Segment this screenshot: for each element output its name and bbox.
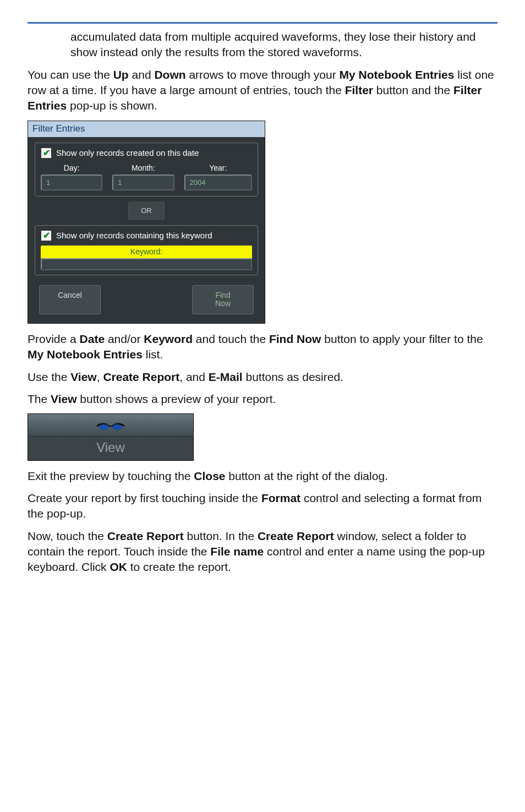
text: button at the right of the dialog.: [226, 470, 388, 482]
text: button shows a preview of your report.: [77, 393, 276, 405]
bold-keyword: Keyword: [144, 333, 193, 345]
check-icon: ✔: [41, 230, 52, 241]
keyword-input[interactable]: [41, 258, 252, 270]
top-divider: [28, 22, 497, 24]
bold-view: View: [51, 393, 76, 405]
bold-close: Close: [194, 470, 225, 482]
date-filter-group: ✔ Show only records created on this date…: [35, 143, 258, 197]
dialog-title: Filter Entries: [28, 121, 265, 137]
day-label: Day:: [41, 163, 102, 173]
text: and/or: [105, 333, 144, 345]
checkbox-date-row[interactable]: ✔ Show only records created on this date: [41, 148, 252, 159]
paragraph-create-report: Now, touch the Create Report button. In …: [28, 528, 497, 575]
text: Now, touch the: [28, 530, 107, 542]
month-input[interactable]: 1: [112, 175, 174, 191]
view-button-top[interactable]: [28, 414, 193, 437]
text: ,: [97, 370, 103, 383]
svg-point-0: [99, 424, 109, 430]
text: button and the: [373, 84, 453, 96]
paragraph-view-preview: The View button shows a preview of your …: [28, 391, 497, 407]
text: The: [28, 393, 51, 405]
or-label: OR: [128, 202, 165, 220]
text: Exit the preview by touching the: [28, 470, 194, 482]
text: to create the report.: [127, 560, 231, 573]
day-input[interactable]: 1: [41, 175, 102, 191]
text: and touch the: [193, 333, 269, 345]
bold-create-report: Create Report: [107, 530, 184, 542]
checkbox-keyword-row[interactable]: ✔ Show only records containing this keyw…: [41, 230, 252, 241]
paragraph-use-buttons: Use the View, Create Report, and E-Mail …: [28, 369, 497, 385]
text: Create your report by first touching ins…: [28, 492, 261, 504]
view-button-label[interactable]: View: [28, 437, 193, 460]
view-button-graphic: View: [28, 413, 194, 460]
paragraph-filter-intro: You can use the Up and Down arrows to mo…: [28, 67, 497, 114]
text: button to apply your filter to the: [321, 333, 483, 345]
paragraph-find-now: Provide a Date and/or Keyword and touch …: [28, 331, 497, 363]
find-now-button[interactable]: Find Now: [192, 285, 254, 314]
year-input[interactable]: 2004: [184, 175, 252, 191]
bold-date: Date: [80, 333, 105, 345]
bold-create-report: Create Report: [103, 370, 179, 383]
checkbox-date-label: Show only records created on this date: [56, 148, 199, 159]
svg-point-1: [112, 424, 122, 430]
bold-email: E-Mail: [209, 370, 243, 383]
or-divider: OR: [35, 202, 258, 220]
checkbox-keyword-label: Show only records containing this keywor…: [56, 230, 212, 241]
bold-notebook-entries: My Notebook Entries: [28, 348, 143, 361]
filter-entries-dialog: Filter Entries ✔ Show only records creat…: [28, 121, 265, 324]
text: Use the: [28, 370, 70, 383]
text: and: [129, 68, 155, 81]
bold-find-now: Find Now: [269, 333, 321, 345]
text: pop-up is shown.: [67, 99, 157, 112]
bold-up: Up: [113, 68, 129, 81]
bold-down: Down: [154, 68, 185, 81]
text: Provide a: [28, 333, 80, 345]
month-label: Month:: [112, 163, 174, 173]
bold-filter: Filter: [345, 84, 373, 96]
cancel-button[interactable]: Cancel: [39, 285, 101, 314]
bold-format: Format: [261, 492, 300, 504]
bold-file-name: File name: [210, 545, 264, 558]
text: , and: [179, 370, 209, 383]
paragraph-format: Create your report by first touching ins…: [28, 491, 497, 522]
bold-create-report-window: Create Report: [258, 530, 334, 542]
bold-notebook-entries: My Notebook Entries: [340, 68, 455, 81]
paragraph-indent: accumulated data from multiple acquired …: [70, 29, 497, 61]
paragraph-close: Exit the preview by touching the Close b…: [28, 468, 497, 484]
text: buttons as desired.: [243, 370, 343, 383]
check-icon: ✔: [41, 148, 52, 159]
text: arrows to move through your: [186, 68, 340, 81]
keyword-filter-group: ✔ Show only records containing this keyw…: [35, 225, 258, 275]
text: list.: [143, 348, 163, 361]
text: button. In the: [184, 530, 258, 542]
text: You can use the: [28, 68, 113, 81]
bold-view: View: [70, 370, 96, 383]
bold-ok: OK: [110, 560, 127, 573]
keyword-label: Keyword:: [41, 246, 252, 258]
glasses-icon: [95, 419, 126, 430]
year-label: Year:: [184, 163, 252, 173]
